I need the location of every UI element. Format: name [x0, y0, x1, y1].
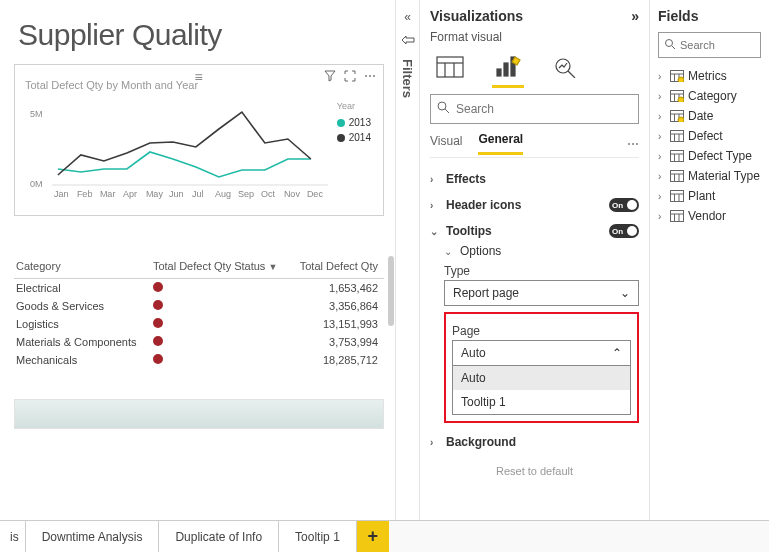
section-tooltips[interactable]: ⌄Tooltips On — [430, 224, 639, 238]
chevron-right-icon: › — [430, 437, 440, 448]
chevron-right-icon: › — [658, 151, 666, 162]
svg-rect-20 — [504, 63, 508, 76]
more-icon[interactable]: ⋯ — [627, 137, 639, 151]
col-category[interactable]: Category — [14, 256, 151, 279]
page-dropdown[interactable]: Auto⌃ — [452, 340, 631, 366]
scrollbar[interactable] — [388, 256, 394, 326]
viz-panel-title: Visualizations — [430, 8, 523, 24]
svg-point-42 — [678, 117, 684, 122]
table-row[interactable]: Goods & Services3,356,864 — [14, 297, 384, 315]
format-visual-icon[interactable] — [490, 52, 526, 82]
field-table[interactable]: ›Vendor — [658, 206, 761, 226]
svg-text:Nov: Nov — [284, 189, 301, 199]
field-table[interactable]: ›Material Type — [658, 166, 761, 186]
focus-mode-icon[interactable] — [343, 69, 357, 83]
category-table[interactable]: Category Total Defect Qty Status ▼ Total… — [14, 256, 384, 369]
page-tab[interactable]: is — [0, 521, 26, 552]
header-icons-toggle[interactable]: On — [609, 198, 639, 212]
page-tab[interactable]: Tooltip 1 — [279, 521, 357, 552]
tab-visual[interactable]: Visual — [430, 134, 462, 154]
type-label: Type — [444, 264, 639, 278]
report-canvas: Supplier Quality ≡ ⋯ Total Defect Qty by… — [0, 0, 395, 520]
table-row[interactable]: Mechanicals18,285,712 — [14, 351, 384, 369]
table-icon — [670, 150, 684, 162]
collapse-icon[interactable]: « — [404, 10, 411, 24]
section-effects[interactable]: ›Effects — [430, 172, 639, 186]
more-options-icon[interactable]: ⋯ — [363, 69, 377, 83]
dropdown-option[interactable]: Tooltip 1 — [453, 390, 630, 414]
field-table[interactable]: ›Category — [658, 86, 761, 106]
field-table[interactable]: ›Date — [658, 106, 761, 126]
page-label: Page — [452, 324, 631, 338]
table-row[interactable]: Logistics13,151,993 — [14, 315, 384, 333]
svg-text:Jul: Jul — [192, 189, 204, 199]
field-table[interactable]: ›Plant — [658, 186, 761, 206]
col-qty[interactable]: Total Defect Qty — [292, 256, 384, 279]
status-dot-icon — [153, 336, 163, 346]
filters-pane-collapsed[interactable]: « Filters — [395, 0, 419, 520]
expand-icon[interactable]: » — [631, 8, 639, 24]
highlight-box: Page Auto⌃ Auto Tooltip 1 — [444, 312, 639, 423]
page-tab[interactable]: Duplicate of Info — [159, 521, 279, 552]
filter-icon[interactable] — [323, 69, 337, 83]
field-table-name: Vendor — [688, 209, 726, 223]
svg-text:Aug: Aug — [215, 189, 231, 199]
chevron-right-icon: › — [658, 191, 666, 202]
status-dot-icon — [153, 318, 163, 328]
fields-search[interactable] — [658, 32, 761, 58]
svg-line-23 — [568, 71, 575, 78]
section-background[interactable]: ›Background — [430, 435, 639, 449]
table-icon — [670, 190, 684, 202]
svg-line-27 — [672, 46, 675, 49]
legend-dot-2013 — [337, 119, 345, 127]
field-table[interactable]: ›Metrics — [658, 66, 761, 86]
svg-text:Jun: Jun — [169, 189, 184, 199]
svg-rect-43 — [671, 131, 684, 142]
field-table-name: Defect Type — [688, 149, 752, 163]
table-icon — [670, 110, 684, 122]
table-icon — [670, 130, 684, 142]
field-table[interactable]: ›Defect — [658, 126, 761, 146]
svg-rect-51 — [671, 171, 684, 182]
field-table-name: Material Type — [688, 169, 760, 183]
svg-text:Feb: Feb — [77, 189, 93, 199]
add-page-button[interactable]: + — [357, 521, 389, 552]
svg-rect-15 — [437, 57, 463, 77]
chevron-up-icon: ⌃ — [612, 346, 622, 360]
field-table-name: Metrics — [688, 69, 727, 83]
visualizations-panel: Visualizations » Format visual Visual Ge… — [419, 0, 649, 520]
format-search-input[interactable] — [456, 102, 632, 116]
page-tab[interactable]: Downtime Analysis — [26, 521, 160, 552]
viz-panel-subtitle: Format visual — [430, 30, 639, 44]
tab-general[interactable]: General — [478, 132, 523, 155]
reset-to-default[interactable]: Reset to default — [430, 465, 639, 477]
field-table-name: Category — [688, 89, 737, 103]
svg-text:Oct: Oct — [261, 189, 276, 199]
search-icon — [664, 38, 676, 53]
format-search[interactable] — [430, 94, 639, 124]
show-pane-icon[interactable] — [401, 34, 415, 49]
field-table[interactable]: ›Defect Type — [658, 146, 761, 166]
chevron-right-icon: › — [658, 71, 666, 82]
build-visual-icon[interactable] — [432, 52, 468, 82]
fields-search-input[interactable] — [680, 39, 755, 51]
status-dot-icon — [153, 354, 163, 364]
line-chart-visual[interactable]: ≡ ⋯ Total Defect Qty by Month and Year 5… — [14, 64, 384, 216]
table-row[interactable]: Materials & Components3,753,994 — [14, 333, 384, 351]
col-status[interactable]: Total Defect Qty Status ▼ — [151, 256, 292, 279]
svg-text:Apr: Apr — [123, 189, 137, 199]
page-tab-bar: is Downtime Analysis Duplicate of Info T… — [0, 520, 769, 552]
map-visual[interactable] — [14, 399, 384, 429]
svg-point-37 — [678, 97, 684, 102]
fields-panel: Fields ›Metrics›Category›Date›Defect›Def… — [649, 0, 769, 520]
table-row[interactable]: Electrical1,653,462 — [14, 279, 384, 298]
analytics-icon[interactable] — [548, 52, 584, 82]
section-header-icons[interactable]: ›Header icons On — [430, 198, 639, 212]
chevron-down-icon: ⌄ — [430, 226, 440, 237]
drag-handle-icon[interactable]: ≡ — [194, 69, 203, 85]
svg-rect-59 — [671, 211, 684, 222]
type-dropdown[interactable]: Report page⌄ — [444, 280, 639, 306]
section-options[interactable]: ⌄Options — [444, 244, 639, 258]
tooltips-toggle[interactable]: On — [609, 224, 639, 238]
dropdown-option[interactable]: Auto — [453, 366, 630, 390]
